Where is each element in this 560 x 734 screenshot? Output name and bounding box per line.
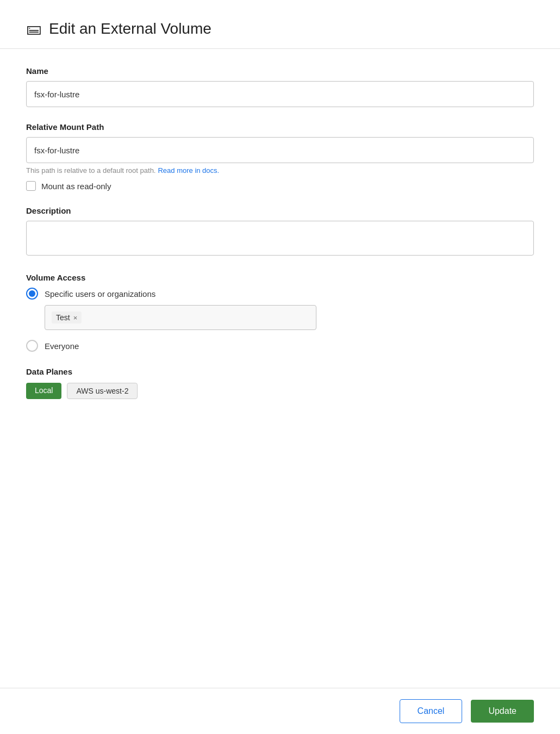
read-more-link[interactable]: Read more in docs. [158,166,219,175]
radio-specific-input[interactable] [26,288,38,300]
radio-everyone-label: Everyone [45,341,79,351]
tag-test: Test × [52,312,82,324]
tag-label: Test [56,313,70,322]
tag-input-container[interactable]: Test × [45,305,316,330]
cancel-button[interactable]: Cancel [400,699,463,723]
plane-local-tag[interactable]: Local [26,383,61,399]
radio-group: Specific users or organizations Test × E… [26,288,534,352]
name-input[interactable] [26,81,534,107]
mount-readonly-checkbox[interactable] [26,181,36,191]
mount-readonly-row: Mount as read-only [26,181,534,191]
radio-everyone-option: Everyone [26,340,534,352]
description-input[interactable] [26,221,534,256]
footer: Cancel Update [0,688,560,734]
radio-specific-label: Specific users or organizations [45,289,155,298]
mount-readonly-label: Mount as read-only [41,182,111,191]
radio-specific-option: Specific users or organizations [26,288,534,300]
name-label: Name [26,66,534,76]
update-button[interactable]: Update [471,700,534,723]
data-planes-section: Data Planes Local AWS us-west-2 [26,367,534,399]
help-text: This path is relative to a default root … [26,166,534,175]
relative-mount-path-input[interactable] [26,137,534,163]
page-title: Edit an External Volume [49,20,211,38]
page-container: 🖴 Edit an External Volume Name Relative … [0,0,560,734]
relative-mount-path-label: Relative Mount Path [26,122,534,132]
plane-aws-tag[interactable]: AWS us-west-2 [67,383,138,399]
radio-everyone-input[interactable] [26,340,38,352]
volume-access-label: Volume Access [26,273,534,282]
data-planes-label: Data Planes [26,367,534,376]
volume-access-section: Volume Access Specific users or organiza… [26,273,534,352]
data-planes-tags: Local AWS us-west-2 [26,383,534,399]
volume-icon: 🖴 [26,20,41,38]
description-section: Description [26,206,534,258]
tag-remove-button[interactable]: × [73,314,78,321]
description-label: Description [26,206,534,215]
name-section: Name [26,66,534,107]
radio-specific-row: Specific users or organizations Test × [26,288,534,330]
page-header: 🖴 Edit an External Volume [0,0,560,49]
form-body: Name Relative Mount Path This path is re… [0,49,560,688]
relative-mount-path-section: Relative Mount Path This path is relativ… [26,122,534,191]
